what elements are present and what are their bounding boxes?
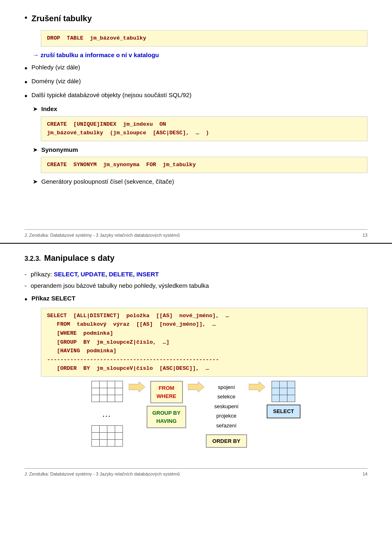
select-diagram: … xyxy=(24,381,368,448)
arrow-generatory: ➤ Generátory posloupností čísel (sekvenc… xyxy=(33,177,368,187)
dots-symbol: … xyxy=(102,407,112,420)
rtc3 xyxy=(287,381,295,388)
dash-item-1: - příkazy: SELECT, UPDATE, DELETE, INSER… xyxy=(24,270,368,279)
select-code: SELECT [ALL|DISTINCT] položka [[AS] nové… xyxy=(41,308,368,377)
rtc4 xyxy=(272,388,279,395)
arrow-svg-1 xyxy=(129,381,145,393)
rtc6 xyxy=(287,388,295,395)
tc8 xyxy=(115,388,122,395)
left-table-bottom xyxy=(91,425,123,447)
drop-note-text: → zruší tabulku a informace o ní v katal… xyxy=(33,51,159,58)
arrow-svg-3 xyxy=(249,381,265,393)
op-selekce: selekce xyxy=(214,392,238,401)
op-serazeni: seřazení xyxy=(214,421,238,430)
bullet-zruseni: • Zrušení tabulky xyxy=(24,12,368,28)
tc12 xyxy=(115,395,122,402)
index-label: Index xyxy=(41,104,57,114)
page-13-content: • Zrušení tabulky DROP TABLE jm_bázové_t… xyxy=(0,0,392,244)
tc1 xyxy=(92,381,99,388)
left-table-top xyxy=(91,381,123,402)
footer-14: J. Zendulka: Databázové systémy - 3 Jazy… xyxy=(24,468,368,478)
arrow-1 xyxy=(129,381,145,393)
spacer-14 xyxy=(24,448,368,460)
svg-marker-1 xyxy=(188,382,204,392)
right-table-block: SELECT xyxy=(267,381,301,418)
bullet-dot-dalsi: • xyxy=(24,90,27,102)
dash-sym-1: - xyxy=(24,270,27,279)
bullet-dalsi: • Další typické databázové objekty (nejs… xyxy=(24,91,368,102)
section-title-14: Manipulace s daty xyxy=(44,252,114,264)
synonymum-code: CREATE SYNONYM jm_synonyma FOR jm_tabulk… xyxy=(41,157,368,173)
tc11 xyxy=(107,395,115,402)
bullet-dot-domeny: • xyxy=(24,76,27,88)
groupby-label: GROUP BY xyxy=(152,409,180,417)
tc6 xyxy=(100,388,107,395)
tc13 xyxy=(92,426,99,432)
left-tables: … xyxy=(91,381,123,447)
arrow-sym-index: ➤ xyxy=(33,104,38,114)
index-code: CREATE [UNIQUE]INDEX jm_indexu ON jm_báz… xyxy=(41,116,368,141)
domeny-label: Domény (viz dále) xyxy=(31,77,81,86)
spacer-13 xyxy=(24,189,368,221)
rtc9 xyxy=(287,395,295,402)
op-spojeni: spojení xyxy=(214,382,238,392)
tc10 xyxy=(100,395,107,402)
dash-item-2: - operandem jsou bázové tabulky nebo poh… xyxy=(24,281,368,291)
arrow-synonymum: ➤ Synonymum xyxy=(33,145,368,155)
op-seskupeni: seskupení xyxy=(214,402,238,411)
rtc1 xyxy=(272,381,279,388)
tc2 xyxy=(100,381,107,388)
arrow-sym-synonymum: ➤ xyxy=(33,145,38,155)
center-ops-list: spojení selekce seskupení projekce seřaz… xyxy=(211,381,242,432)
bullet-prikaz-select: • Příkaz SELECT xyxy=(24,294,368,305)
tc19 xyxy=(107,433,115,439)
footer-13: J. Zendulka: Databázové systémy - 3 Jazy… xyxy=(24,229,368,239)
arrow-index: ➤ Index xyxy=(33,104,368,114)
tc3 xyxy=(107,381,115,388)
right-table xyxy=(272,381,295,402)
fw-gb-column: FROM WHERE GROUP BY HAVING xyxy=(147,381,186,428)
order-by-box: ORDER BY xyxy=(206,434,247,448)
tc20 xyxy=(115,433,122,439)
footer-13-left: J. Zendulka: Databázové systémy - 3 Jazy… xyxy=(24,232,180,239)
footer-13-right: 13 xyxy=(363,232,368,239)
rtc2 xyxy=(280,381,287,388)
footer-14-left: J. Zendulka: Databázové systémy - 3 Jazy… xyxy=(24,471,180,478)
svg-marker-2 xyxy=(249,382,265,392)
pohledy-label: Pohledy (viz dále) xyxy=(31,63,80,72)
bullet-domeny: • Domény (viz dále) xyxy=(24,77,368,88)
prikaz-select-label: Příkaz SELECT xyxy=(31,294,76,303)
dash2-text: operandem jsou bázové tabulky nebo pohle… xyxy=(31,281,209,291)
synonymum-code-block: CREATE SYNONYM jm_synonyma FOR jm_tabulk… xyxy=(33,157,368,173)
synonymum-label: Synonymum xyxy=(41,145,78,155)
dash1-colored: SELECT, UPDATE, DELETE, INSERT xyxy=(54,271,159,278)
tc4 xyxy=(115,381,122,388)
arrow-2 xyxy=(188,381,204,393)
bullet-dot: • xyxy=(24,11,27,24)
group-by-box: GROUP BY HAVING xyxy=(147,406,186,428)
center-column: spojení selekce seskupení projekce seřaz… xyxy=(206,381,247,448)
tc18 xyxy=(100,433,107,439)
tc22 xyxy=(100,440,107,446)
from-where-box: FROM WHERE xyxy=(150,381,183,403)
page: • Zrušení tabulky DROP TABLE jm_bázové_t… xyxy=(0,0,392,558)
bullet-dot-pohledy: • xyxy=(24,62,27,74)
select-result-label: SELECT xyxy=(273,408,294,414)
section-header-14: 3.2.3. Manipulace s daty xyxy=(24,252,368,267)
tc16 xyxy=(115,426,122,432)
select-result-box: SELECT xyxy=(267,405,301,418)
page-14-content: 3.2.3. Manipulace s daty - příkazy: SELE… xyxy=(0,244,392,558)
svg-marker-0 xyxy=(129,382,145,392)
footer-14-right: 14 xyxy=(363,471,368,478)
bullet-pohledy-item: • Pohledy (viz dále) • Domény (viz dále)… xyxy=(24,63,368,102)
bullet-pohledy: • Pohledy (viz dále) xyxy=(24,63,368,74)
section-num-14: 3.2.3. xyxy=(24,254,41,264)
where-label: WHERE xyxy=(156,392,177,400)
drop-table-block: DROP TABLE jm_bázové_tabulky xyxy=(33,30,368,47)
rtc7 xyxy=(272,395,279,402)
dalsi-label: Další typické databázové objekty (nejsou… xyxy=(31,91,192,100)
from-label: FROM xyxy=(156,384,177,392)
tc23 xyxy=(107,440,115,446)
tc5 xyxy=(92,388,99,395)
tc15 xyxy=(107,426,115,432)
